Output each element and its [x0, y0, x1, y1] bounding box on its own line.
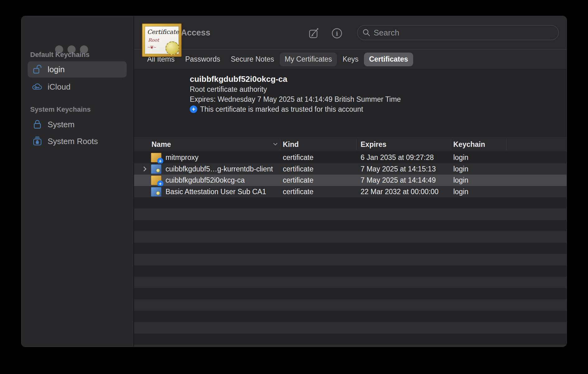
tab-my-certificates[interactable]: My Certificates [280, 53, 337, 66]
sidebar-item-label: login [48, 65, 65, 74]
certificate-name: cuibbfkgdubf52i0okcg-ca [190, 74, 401, 84]
table-row[interactable]: Basic Attestation User Sub CA1 certifica… [134, 186, 567, 198]
certificate-trusted-root-icon: + [151, 152, 161, 163]
column-header-keychain[interactable]: Keychain [453, 138, 485, 152]
sidebar-section-system-keychains: System Keychains [30, 105, 91, 114]
sidebar-item-label: iCloud [48, 82, 71, 92]
compose-button[interactable] [307, 26, 321, 40]
unlocked-padlock-icon [32, 64, 43, 75]
sort-chevron-down-icon [272, 142, 278, 146]
compose-icon [308, 27, 320, 39]
root-certificate-icon: Certificate Root ~❦~ [142, 23, 182, 57]
tab-passwords[interactable]: Passwords [180, 53, 225, 66]
info-icon: i [331, 27, 343, 40]
category-tabbar: All Items Passwords Secure Notes My Cert… [134, 49, 567, 69]
tab-keys[interactable]: Keys [338, 53, 363, 66]
search-field[interactable] [357, 25, 559, 40]
sidebar-item-icloud[interactable]: iCloud [28, 79, 127, 95]
keychain-access-window: Default Keychains login iCloud System Ke… [21, 16, 567, 347]
column-header-kind[interactable]: Kind [283, 138, 299, 152]
tab-certificates[interactable]: Certificates [364, 53, 413, 66]
gold-seal-icon [166, 41, 179, 55]
search-input[interactable] [374, 28, 548, 38]
search-icon [362, 29, 371, 37]
sidebar-item-label: System Roots [48, 137, 98, 146]
main-pane: Keychain Access i All Items Passwords Se… [134, 16, 567, 347]
empty-row-stripes [134, 197, 567, 347]
locked-padlock-icon [32, 119, 43, 130]
trusted-plus-badge-icon: + [190, 105, 197, 113]
info-button[interactable]: i [330, 26, 344, 40]
certificate-seal-icon [151, 186, 161, 198]
table-row-selected[interactable]: + cuibbfkgdubf52i0okcg-ca certificate 7 … [134, 175, 567, 186]
sidebar-item-system[interactable]: System [28, 116, 127, 133]
sidebar-item-label: System [48, 120, 75, 129]
certificate-kind: Root certificate authority [190, 84, 401, 94]
certificate-seal-icon [151, 163, 161, 175]
table-header: Name Kind Expires Keychain [134, 137, 567, 152]
certificate-trust-status: + This certificate is marked as trusted … [190, 104, 401, 114]
disclosure-chevron-icon[interactable] [142, 163, 147, 175]
certificate-detail: cuibbfkgdubf52i0okcg-ca Root certificate… [190, 74, 401, 114]
column-header-expires[interactable]: Expires [361, 138, 386, 152]
sidebar: Default Keychains login iCloud System Ke… [21, 16, 133, 347]
certificate-expiry: Expires: Wednesday 7 May 2025 at 14:14:4… [190, 94, 401, 104]
roots-archive-lock-icon [32, 136, 43, 147]
svg-text:i: i [336, 30, 338, 37]
sidebar-section-default-keychains: Default Keychains [30, 50, 90, 59]
table-row[interactable]: + mitmproxy certificate 6 Jan 2035 at 09… [134, 152, 567, 163]
sidebar-item-system-roots[interactable]: System Roots [28, 133, 127, 149]
column-header-name[interactable]: Name [152, 138, 171, 152]
cloud-key-icon [32, 82, 43, 92]
table-row[interactable]: cuibbfkgdubf5…g-kurrentdb-client certifi… [134, 163, 567, 175]
tab-secure-notes[interactable]: Secure Notes [226, 53, 279, 66]
sidebar-item-login[interactable]: login [28, 61, 127, 77]
certificate-trusted-root-icon: + [151, 175, 161, 186]
